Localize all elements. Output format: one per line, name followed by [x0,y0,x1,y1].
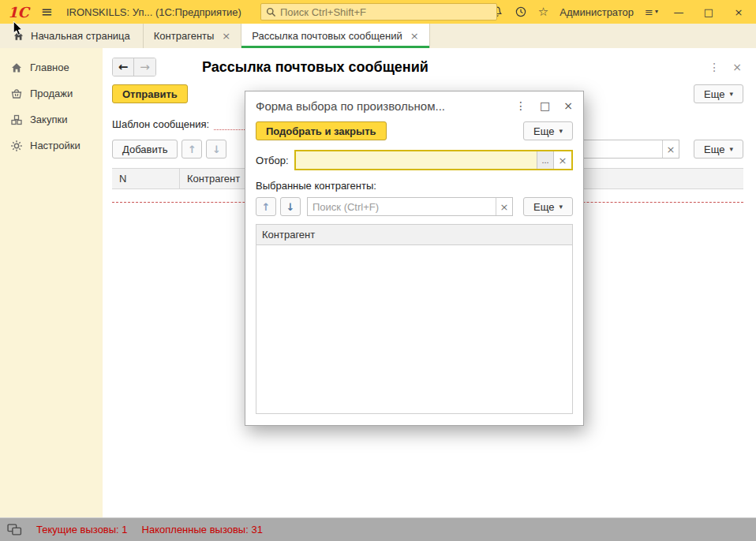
arrow-down-icon: ↓ [212,144,221,155]
column-contractor[interactable]: Контрагент [256,225,572,245]
move-down-button[interactable]: ↓ [206,140,226,159]
mouse-cursor [13,21,23,36]
chevron-down-icon: ▾ [559,203,563,211]
chevron-down-icon: ▾ [729,91,733,98]
app-title: IRONSKILLS: Уп... (1С:Предприятие) [66,6,241,18]
move-up-button[interactable]: ↑ [182,140,202,159]
sidebar-item-label: Продажи [30,88,73,99]
selection-form-dialog: Форма выбора по произвольном... ⋮ □ × По… [245,91,584,426]
move-up-button[interactable]: ↑ [256,197,276,216]
gear-icon [10,140,23,152]
tab-label: Рассылка почтовых сообщений [252,30,402,42]
tab-contractors[interactable]: Контрагенты × [144,24,241,48]
dialog-menu-icon[interactable]: ⋮ [515,100,526,111]
choose-ellipsis-button[interactable]: ... [537,151,554,169]
tab-home-label: Начальная страница [31,30,130,42]
user-name: Администратор [560,6,634,18]
sidebar-item-label: Закупки [30,114,67,125]
dialog-search-input[interactable] [308,198,496,215]
sidebar-item-label: Настройки [30,140,80,151]
template-label: Шаблон сообщения: [112,118,209,130]
send-button[interactable]: Отправить [112,84,188,103]
more-button-form[interactable]: Еще ▾ [694,84,743,103]
chevron-down-icon: ▾ [655,9,658,15]
contractors-table: Контрагент [256,224,573,414]
global-search-input[interactable] [280,6,492,18]
filter-input[interactable] [296,151,537,169]
search-icon [265,6,277,18]
clear-search-icon[interactable]: × [496,198,512,215]
performance-indicator-icon[interactable] [7,523,22,536]
history-clock-icon[interactable] [515,6,527,18]
filter-field[interactable]: ... × [294,150,573,170]
add-button[interactable]: Добавить [112,140,178,159]
tab-mailing[interactable]: Рассылка почтовых сообщений × [241,24,429,48]
dialog-title: Форма выбора по произвольном... [256,99,502,113]
history-navigation: ← → [112,58,156,76]
tab-close-icon[interactable]: × [222,31,230,41]
accumulated-calls-text: Накопленные вызовы: 31 [142,524,263,535]
dialog-search[interactable]: × [307,197,513,216]
boxes-icon [10,114,23,126]
close-window-button[interactable]: × [729,7,748,17]
main-menu-icon[interactable]: ≡ [41,5,53,19]
filter-label: Отбор: [256,155,289,166]
more-button-label: Еще [704,88,724,100]
global-search[interactable] [260,3,497,21]
dialog-close-icon[interactable]: × [563,100,573,111]
status-bar: Текущие вызовы: 1 Накопленные вызовы: 31 [0,517,756,541]
arrow-down-icon: ↓ [286,202,295,212]
move-down-button[interactable]: ↓ [280,197,301,216]
forward-button[interactable]: → [134,58,155,76]
sections-sidebar: Главное Продажи Закупки [0,48,103,517]
more-button-label: Еще [533,201,554,213]
1c-logo: 1С [8,4,29,21]
more-button-dialog[interactable]: Еще ▾ [523,121,573,140]
more-button-label: Еще [704,144,724,155]
home-icon [10,62,23,74]
chevron-down-icon: ▾ [729,146,733,153]
sidebar-item-sales[interactable]: Продажи [0,80,103,106]
window-titlebar: 1С ≡ IRONSKILLS: Уп... (1С:Предприятие) … [0,0,756,24]
current-calls-text: Текущие вызовы: 1 [36,524,128,535]
sidebar-item-purchases[interactable]: Закупки [0,106,103,132]
add-button-label: Добавить [122,144,167,155]
more-button-dialog-list[interactable]: Еще ▾ [523,197,573,216]
contractors-table-body[interactable] [256,245,572,413]
column-n[interactable]: N [112,169,180,188]
send-button-label: Отправить [122,88,178,100]
minimize-button[interactable]: — [669,7,688,17]
favorites-star-icon[interactable]: ☆ [538,6,548,18]
more-button-label: Еще [533,125,554,137]
basket-icon [10,88,23,100]
back-button[interactable]: ← [113,58,134,76]
chevron-down-icon: ▾ [559,128,563,135]
more-button-list[interactable]: Еще ▾ [694,140,743,159]
dialog-maximize-icon[interactable]: □ [540,100,550,111]
pick-and-close-button[interactable]: Подобрать и закрыть [256,121,387,140]
sidebar-item-settings[interactable]: Настройки [0,132,103,159]
clear-filter-icon[interactable]: × [554,151,571,169]
arrow-up-icon: ↑ [188,144,196,155]
pick-and-close-label: Подобрать и закрыть [266,125,376,137]
tab-bar: Начальная страница Контрагенты × Рассылк… [0,24,756,48]
tab-close-icon[interactable]: × [410,31,419,41]
service-menu-icon[interactable]: ≡ ▾ [645,7,658,17]
tab-label: Контрагенты [154,30,215,42]
form-menu-icon[interactable]: ⋮ [709,62,720,73]
page-title: Рассылка почтовых сообщений [202,59,429,76]
arrow-up-icon: ↑ [262,202,271,212]
sidebar-item-main[interactable]: Главное [0,54,103,80]
selected-contractors-label: Выбранные контрагенты: [245,180,583,192]
menu-lines-icon: ≡ [645,7,653,17]
form-close-icon[interactable]: × [732,62,742,73]
maximize-button[interactable]: □ [699,7,718,17]
clear-search-icon[interactable]: × [662,140,679,158]
sidebar-item-label: Главное [30,62,69,73]
